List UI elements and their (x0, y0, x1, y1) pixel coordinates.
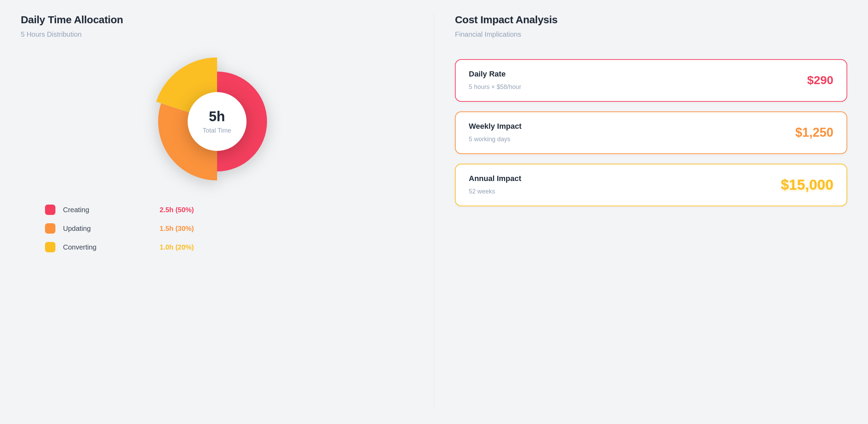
donut-chart: 5h Total Time (151, 56, 283, 187)
donut-center: 5h Total Time (188, 92, 247, 151)
cost-card-title: Daily Rate (469, 70, 521, 79)
cost-impact-title: Cost Impact Analysis (455, 14, 847, 26)
legend-item-creating: Creating 2.5h (50%) (45, 205, 194, 215)
legend-swatch (45, 242, 55, 252)
time-allocation-title: Daily Time Allocation (21, 14, 413, 26)
cost-card-amount: $1,250 (795, 125, 833, 140)
cost-card-title: Weekly Impact (469, 122, 521, 131)
cost-card-weekly: Weekly Impact 5 working days $1,250 (455, 111, 847, 154)
legend-label: Converting (63, 243, 160, 251)
legend-swatch (45, 205, 55, 215)
legend-swatch (45, 223, 55, 234)
legend-value: 1.5h (30%) (160, 225, 194, 233)
cost-card-sub: 52 weeks (469, 188, 521, 195)
donut-center-label: Total Time (203, 127, 231, 134)
cost-impact-panel: Cost Impact Analysis Financial Implicati… (434, 14, 847, 407)
cost-impact-subtitle: Financial Implications (455, 30, 847, 38)
legend-value: 2.5h (50%) (160, 206, 194, 214)
time-allocation-subtitle: 5 Hours Distribution (21, 30, 413, 38)
cost-card-title: Annual Impact (469, 174, 521, 183)
cost-cards: Daily Rate 5 hours × $58/hour $290 Weekl… (455, 59, 847, 206)
legend: Creating 2.5h (50%) Updating 1.5h (30%) … (45, 205, 194, 252)
cost-card-amount: $15,000 (781, 177, 833, 193)
cost-card-daily: Daily Rate 5 hours × $58/hour $290 (455, 59, 847, 102)
cost-card-annual: Annual Impact 52 weeks $15,000 (455, 164, 847, 206)
time-allocation-panel: Daily Time Allocation 5 Hours Distributi… (21, 14, 434, 407)
cost-card-info: Weekly Impact 5 working days (469, 122, 521, 143)
legend-label: Updating (63, 225, 160, 233)
cost-card-sub: 5 hours × $58/hour (469, 83, 521, 91)
donut-center-value: 5h (209, 109, 225, 124)
legend-item-converting: Converting 1.0h (20%) (45, 242, 194, 252)
legend-item-updating: Updating 1.5h (30%) (45, 223, 194, 234)
cost-card-info: Annual Impact 52 weeks (469, 174, 521, 195)
legend-value: 1.0h (20%) (160, 243, 194, 251)
legend-label: Creating (63, 206, 160, 214)
page-root: Daily Time Allocation 5 Hours Distributi… (0, 0, 868, 424)
cost-card-sub: 5 working days (469, 136, 521, 143)
cost-card-info: Daily Rate 5 hours × $58/hour (469, 70, 521, 91)
cost-card-amount: $290 (807, 73, 833, 87)
